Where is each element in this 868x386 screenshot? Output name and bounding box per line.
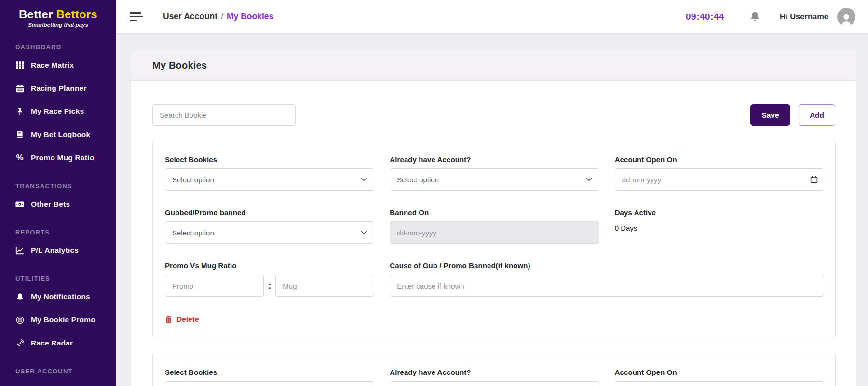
- toolbar-buttons: Save Add: [750, 104, 835, 126]
- bookie-entry: Select Bookies Select option Already hav…: [152, 353, 836, 386]
- sidebar-item-label: Race Matrix: [31, 61, 74, 69]
- brand-logo[interactable]: Better Bettors Smartbetting that pays: [0, 0, 116, 30]
- field-label: Banned On: [390, 208, 599, 217]
- sidebar-item-pl-analytics[interactable]: P/L Analytics: [0, 239, 116, 262]
- sidebar-section-user-account: USER ACCOUNT: [15, 368, 116, 375]
- field-label: Select Bookies: [165, 368, 374, 376]
- field-promo-vs-mug-ratio: Promo Vs Mug Ratio :: [165, 262, 374, 297]
- sidebar-item-my-bet-logbook[interactable]: My Bet Logbook: [0, 123, 116, 146]
- clock: 09:40:44: [686, 12, 724, 22]
- ratio-separator: :: [268, 280, 271, 291]
- entry-row-3: Promo Vs Mug Ratio : Cause of Gub / Prom…: [165, 262, 824, 297]
- select-bookies-dropdown[interactable]: Select option: [165, 168, 374, 191]
- top-bar: User Account / My Bookies 09:40:44 Hi Us…: [116, 0, 868, 33]
- calendar-icon: [15, 84, 24, 93]
- content-area: My Bookies Save Add Select Bookies: [116, 33, 868, 386]
- card-body: Save Add Select Bookies Select option: [131, 81, 856, 386]
- field-days-active: Days Active 0 Days: [615, 208, 824, 244]
- sidebar-item-label: My Notifications: [31, 292, 90, 301]
- radar-icon: [15, 339, 24, 347]
- sidebar-item-label: My Bet Logbook: [31, 130, 90, 139]
- toolbar: Save Add: [152, 104, 836, 126]
- user-icon: [839, 13, 854, 26]
- percent-icon: %: [15, 153, 24, 162]
- delete-row: Delete: [165, 315, 824, 325]
- field-label: Already have Account?: [390, 155, 599, 164]
- breadcrumb-current[interactable]: My Bookies: [227, 12, 273, 22]
- field-account-open-on: Account Open On: [615, 368, 824, 386]
- sidebar-section-utilities: UTILITIES: [15, 275, 116, 282]
- sidebar-item-label: Other Bets: [31, 200, 70, 208]
- chart-icon: [15, 246, 24, 255]
- entry-row-1: Select Bookies Select option Already hav…: [165, 155, 824, 191]
- field-label: Promo Vs Mug Ratio: [165, 262, 374, 270]
- sidebar-item-race-matrix[interactable]: Race Matrix: [0, 54, 116, 77]
- field-cause-of-gub: Cause of Gub / Promo Banned(if known): [390, 262, 824, 297]
- field-label: Days Active: [615, 208, 824, 217]
- already-have-account-dropdown[interactable]: Select option: [390, 168, 599, 191]
- days-active-value: 0 Days: [615, 224, 824, 232]
- breadcrumb-separator: /: [221, 12, 223, 22]
- sidebar-item-race-radar[interactable]: Race Radar: [0, 331, 116, 355]
- search-input[interactable]: [152, 104, 296, 126]
- menu-icon[interactable]: [130, 12, 143, 21]
- field-label: Select Bookies: [165, 155, 374, 164]
- sidebar-section-dashboard: DASHBOARD: [15, 43, 116, 51]
- sidebar-section-transactions: TRANSACTIONS: [15, 182, 116, 190]
- field-select-bookies: Select Bookies Select option: [165, 155, 374, 191]
- field-account-open-on: Account Open On: [615, 155, 824, 191]
- sidebar-item-racing-planner[interactable]: Racing Planner: [0, 77, 116, 100]
- field-gubbed-promo-banned: Gubbed/Promo banned Select option: [165, 208, 374, 244]
- main-area: User Account / My Bookies 09:40:44 Hi Us…: [116, 0, 868, 386]
- delete-label: Delete: [176, 315, 199, 324]
- sidebar: Better Bettors Smartbetting that pays DA…: [0, 0, 116, 386]
- field-label: Gubbed/Promo banned: [165, 208, 374, 217]
- breadcrumb-parent[interactable]: User Account: [163, 12, 217, 22]
- field-label: Cause of Gub / Promo Banned(if known): [390, 262, 824, 270]
- sidebar-item-my-notifications[interactable]: My Notifications: [0, 285, 116, 308]
- account-open-on-date-input[interactable]: [615, 168, 824, 191]
- select-bookies-dropdown[interactable]: Select option: [165, 381, 374, 386]
- promo-ratio-input[interactable]: [165, 275, 264, 297]
- sidebar-item-label: Racing Planner: [31, 84, 87, 93]
- mug-ratio-input[interactable]: [275, 275, 374, 297]
- sidebar-item-label: My Bookie Promo: [31, 316, 95, 324]
- target-icon: [15, 316, 24, 324]
- page-title: My Bookies: [152, 60, 207, 71]
- logbook-icon: [15, 130, 24, 139]
- sidebar-item-label: My Race Picks: [31, 107, 84, 116]
- my-bookies-card: My Bookies Save Add Select Bookies: [131, 50, 856, 386]
- user-avatar[interactable]: [837, 8, 855, 26]
- notifications-bell-icon[interactable]: [749, 11, 760, 22]
- gubbed-promo-banned-dropdown[interactable]: Select option: [165, 221, 374, 244]
- sidebar-item-label: P/L Analytics: [31, 246, 79, 255]
- banknote-icon: [15, 200, 24, 208]
- sidebar-item-label: Race Radar: [31, 339, 73, 347]
- sidebar-item-promo-mug-ratio[interactable]: % Promo Mug Ratio: [0, 146, 116, 169]
- sidebar-section-reports: REPORTS: [15, 229, 116, 236]
- save-button[interactable]: Save: [750, 104, 790, 126]
- bookie-entry: Select Bookies Select option Already hav…: [152, 140, 836, 338]
- cause-of-gub-input[interactable]: [390, 275, 824, 297]
- sidebar-item-my-race-picks[interactable]: My Race Picks: [0, 100, 116, 123]
- sidebar-item-other-bets[interactable]: Other Bets: [0, 193, 116, 216]
- field-label: Account Open On: [615, 155, 824, 164]
- account-open-on-date-input[interactable]: [615, 381, 824, 386]
- pin-icon: [15, 107, 24, 116]
- add-button[interactable]: Add: [799, 104, 835, 126]
- delete-button[interactable]: Delete: [165, 315, 199, 324]
- bell-icon: [15, 292, 24, 301]
- breadcrumb: User Account / My Bookies: [163, 12, 273, 22]
- brand-tagline: Smartbetting that pays: [4, 22, 112, 28]
- field-banned-on: Banned On: [390, 208, 599, 244]
- banned-on-date-input: [390, 221, 599, 244]
- field-already-have-account: Already have Account? Select option: [390, 368, 599, 386]
- entry-row-2: Gubbed/Promo banned Select option Banned…: [165, 208, 824, 244]
- grid-icon: [15, 61, 24, 69]
- field-select-bookies: Select Bookies Select option: [165, 368, 374, 386]
- user-greeting: Hi Username: [780, 12, 828, 21]
- entry-row-1: Select Bookies Select option Already hav…: [165, 368, 824, 386]
- date-picker-icon[interactable]: [810, 176, 818, 183]
- already-have-account-dropdown[interactable]: Select option: [390, 381, 599, 386]
- sidebar-item-my-bookie-promo[interactable]: My Bookie Promo: [0, 308, 116, 331]
